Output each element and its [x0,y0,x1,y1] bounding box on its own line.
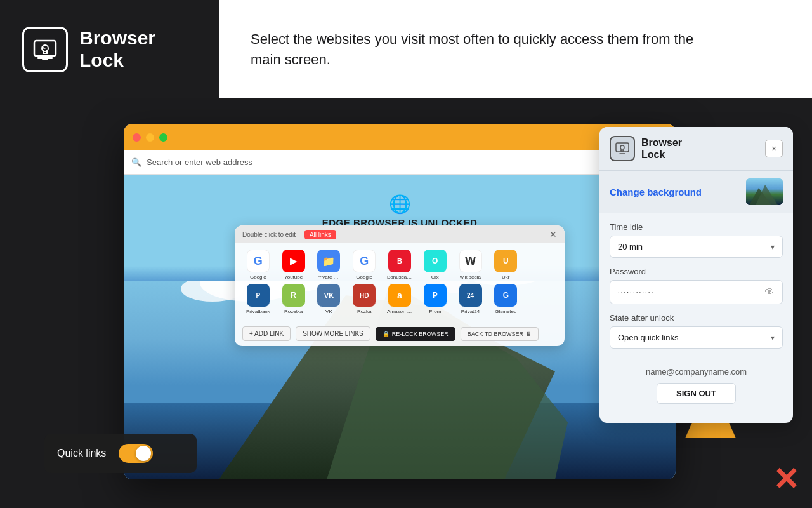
ql-icon: W [459,250,482,272]
background-thumbnail [746,178,783,205]
dot-green [159,133,167,142]
show-more-button[interactable]: SHOW MORE LINKS [296,326,370,341]
list-item[interactable]: ▶ Youtube [278,250,310,280]
ql-close-button[interactable]: ✕ [549,229,557,239]
list-item[interactable]: P Privatbank [242,284,274,314]
ql-label: Private Folder [316,274,341,280]
back-to-browser-button[interactable]: BACK TO BROWSER 🖥 [461,327,539,341]
settings-divider [610,358,783,358]
ql-icon: HD [353,284,376,307]
list-item[interactable]: G Google [242,250,274,280]
ql-label: Glsmeteo [495,309,516,314]
browser-mockup: 🔍 Search or enter web address [124,124,676,479]
svg-rect-15 [616,143,629,152]
ql-label: Prom [429,309,441,314]
ql-label: Youtube [284,274,303,280]
list-item[interactable]: HD Rozka [348,284,380,314]
toggle-track [119,444,153,463]
password-input[interactable]: ············ 👁 [610,280,783,304]
dot-red [133,133,141,142]
password-dots: ············ [618,289,654,296]
ql-icon: B [388,250,411,272]
quick-links-grid: G Google ▶ Youtube 📁 Private Folder G Go… [235,243,565,321]
browser-content: • • • • 🌐 EDGE BROWSER IS UNLOCKED now y… [124,175,676,479]
ql-icon: a [388,284,411,307]
list-item[interactable]: G Glsmeteo [490,284,521,314]
ql-label: Bonuscams [387,274,412,280]
ql-icon: VK [317,284,340,307]
toggle-thumb [136,446,151,461]
quick-links-footer: + ADD LINK SHOW MORE LINKS 🔒 RE-LOCK BRO… [235,321,565,346]
list-item[interactable]: B Bonuscams [384,250,416,280]
relock-button[interactable]: 🔒 RE-LOCK BROWSER [376,327,455,341]
change-background-section: Change background [599,171,793,213]
ql-icon: 📁 [317,250,340,272]
header-description-text: Select the websites you visit most often… [251,29,726,70]
svg-point-17 [620,145,624,149]
search-icon: 🔍 [131,157,141,167]
ql-label: VK [325,309,332,314]
add-link-button[interactable]: + ADD LINK [242,326,291,341]
list-item[interactable]: U Ukr [490,250,521,280]
svg-rect-1 [37,57,53,59]
edge-logo-icon: 🌐 [318,194,481,215]
list-item[interactable]: 24 Privat24 [455,284,487,314]
list-item[interactable]: 📁 Private Folder [313,250,345,280]
change-background-button[interactable]: Change background [610,187,740,197]
dot-yellow [146,133,154,142]
state-after-unlock-field: State after unlock Open quick links ▾ [610,313,783,349]
ql-label: Rozetka [284,309,303,314]
ql-edit-label: Double click to edit [242,231,296,238]
ql-icon: G [247,250,270,272]
ql-icon: R [282,284,305,307]
sidebar-panel: Quick links [44,434,197,473]
ql-icon: ▶ [282,250,305,272]
header: BrowserLock Select the websites you visi… [0,0,812,98]
browser-urlbar: 🔍 Search or enter web address [124,150,676,175]
chevron-down-icon: ▾ [771,243,775,251]
ql-icon: 24 [459,284,482,307]
settings-panel-header: Browser Lock × [599,127,793,171]
ql-label: wikipedia [460,274,481,280]
url-text: Search or enter web address [147,157,252,167]
ql-label: Google [250,274,266,280]
settings-logo-text: Browser Lock [641,137,682,161]
x-decoration: ✕ [773,464,799,495]
quick-links-header: Double click to edit All links ✕ [235,225,565,243]
settings-close-button[interactable]: × [765,140,783,157]
chevron-down-icon: ▾ [771,333,775,342]
ql-label: Amazon Outlet [387,309,412,314]
ql-label: Ukr [502,274,509,280]
list-item[interactable]: VK VK [313,284,345,314]
list-item[interactable]: G Google [348,250,380,280]
settings-logo: Browser Lock [610,136,682,161]
ql-all-links-badge: All links [304,230,336,239]
sidebar-quick-links-label: Quick links [57,448,106,459]
app-name: BrowserLock [79,27,155,71]
eye-icon[interactable]: 👁 [764,286,775,298]
logo-section: BrowserLock [0,0,219,98]
settings-footer: name@companyname.com SIGN OUT [610,367,783,414]
quick-links-toggle[interactable] [119,444,153,463]
list-item[interactable]: R Rozetka [278,284,310,314]
password-field: Password ············ 👁 [610,267,783,304]
user-email: name@companyname.com [620,367,773,377]
state-after-unlock-value: Open quick links [618,333,678,342]
app-logo-icon [22,27,68,72]
list-item[interactable]: a Amazon Outlet [384,284,416,314]
list-item[interactable]: P Prom [419,284,451,314]
state-after-unlock-select[interactable]: Open quick links ▾ [610,326,783,349]
ql-icon: P [424,284,447,307]
settings-panel: Browser Lock × Change background [599,127,793,423]
time-idle-label: Time idle [610,222,783,232]
ql-icon: P [247,284,270,307]
sign-out-button[interactable]: SIGN OUT [657,383,736,404]
list-item[interactable]: W wikipedia [455,250,487,280]
ql-icon: G [353,250,376,272]
list-item[interactable]: O Olx [419,250,451,280]
svg-rect-2 [42,59,48,60]
header-description-section: Select the websites you visit most often… [219,0,812,98]
ql-label: Olx [431,274,439,280]
ql-label: Google [356,274,372,280]
time-idle-select[interactable]: 20 min ▾ [610,236,783,258]
